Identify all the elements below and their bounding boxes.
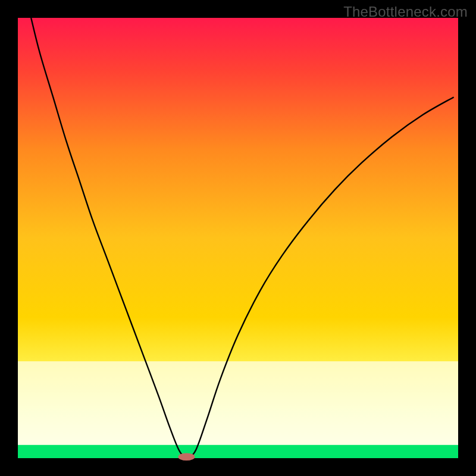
plot-white-band [18,361,458,445]
chart-frame: TheBottleneck.com [0,0,476,476]
plot-green-band [18,445,458,458]
minimum-marker [178,453,195,461]
bottleneck-chart [0,0,476,476]
watermark-text: TheBottleneck.com [343,4,468,20]
